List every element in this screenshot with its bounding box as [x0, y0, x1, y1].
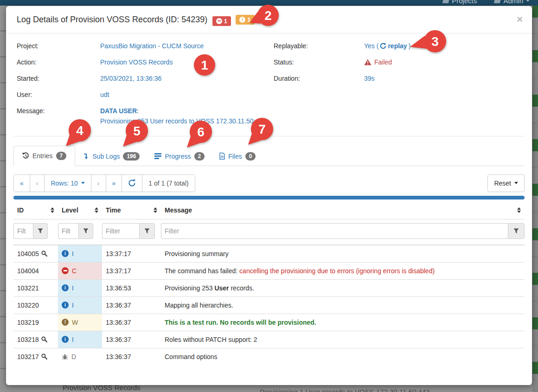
- caret-down-icon: [81, 182, 85, 184]
- info-icon: i: [62, 336, 69, 343]
- callout-7: 7: [243, 116, 281, 153]
- replay-link[interactable]: replay: [388, 41, 407, 51]
- horizontal-scrollbar[interactable]: [13, 196, 525, 199]
- level-filter-input[interactable]: [58, 223, 78, 239]
- project-label: Project:: [17, 41, 100, 51]
- filter-button[interactable]: [33, 223, 48, 239]
- projects-icon: [442, 0, 449, 3]
- status-value: Failed: [364, 57, 392, 67]
- background-page-left: [0, 6, 6, 392]
- info-icon: i: [62, 250, 69, 257]
- files-count-badge: 0: [245, 152, 256, 161]
- duration-label: Duration:: [274, 73, 364, 84]
- user-value: udt: [100, 90, 109, 100]
- table-row[interactable]: 103217 D 13:36:37 Command options: [13, 348, 525, 365]
- replayable-value: Yes ( replay ): [364, 41, 410, 51]
- svg-text:6: 6: [197, 125, 205, 139]
- table-row[interactable]: 104005 iI 13:37:17 Provisioning summary: [13, 245, 525, 263]
- svg-text:7: 7: [258, 122, 266, 136]
- table-row[interactable]: 103221 iI 13:36:53 Provisioning 253 User…: [13, 279, 525, 296]
- time-filter-input[interactable]: [102, 223, 139, 239]
- error-count-badge: 1: [212, 16, 231, 26]
- status-label: Status:: [274, 57, 364, 67]
- started-label: Started:: [17, 73, 100, 84]
- callout-2: 2: [247, 3, 284, 31]
- prev-page-button[interactable]: ‹: [30, 175, 45, 192]
- table-toolbar: « ‹ Rows: 10 › » 1 of 1 (7 total) Reset: [13, 174, 525, 192]
- svg-text:2: 2: [264, 8, 272, 23]
- page-info: 1 of 1 (7 total): [142, 175, 194, 192]
- sort-icon[interactable]: [517, 207, 521, 213]
- nav-admin[interactable]: Admin: [494, 0, 530, 5]
- funnel-icon: [83, 228, 89, 234]
- user-label: User:: [17, 90, 100, 100]
- minus-circle-icon: [62, 267, 69, 274]
- caret-down-icon: [514, 182, 518, 184]
- action-label: Action:: [17, 57, 100, 67]
- callout-4: 4: [61, 117, 98, 154]
- funnel-icon: [38, 228, 43, 234]
- first-page-button[interactable]: «: [14, 175, 30, 192]
- table-row[interactable]: 103218 iI 13:36:37 Roles without PATCH s…: [13, 331, 525, 348]
- rows-per-page-button[interactable]: Rows: 10: [44, 175, 90, 192]
- id-filter-input[interactable]: [13, 223, 33, 239]
- search-icon[interactable]: [41, 353, 47, 360]
- exclamation-circle-icon: !: [239, 17, 245, 23]
- header-row: ID Level Time Message: [13, 201, 525, 219]
- filter-button[interactable]: [78, 223, 93, 239]
- started-value: 25/03/2021, 13:36:36: [100, 73, 161, 84]
- filter-row: [13, 219, 525, 245]
- admin-icon: [494, 0, 501, 3]
- modal-title: Log Details of Provision VOSS Records (I…: [17, 15, 207, 24]
- table-row[interactable]: 104004 C 13:37:17 The command has failed…: [13, 262, 525, 279]
- replayable-label: Replayable:: [274, 41, 364, 51]
- log-entries-table: ID Level Time Message 104005 iI 13:37:17…: [13, 201, 525, 366]
- table-row[interactable]: 103219 !W 13:36:37 This is a test run. N…: [13, 314, 525, 331]
- bug-icon: [62, 353, 68, 360]
- column-header-level[interactable]: Level: [58, 201, 102, 219]
- pagination-group: « ‹ Rows: 10 › » 1 of 1 (7 total): [13, 174, 195, 192]
- filter-button[interactable]: [139, 223, 155, 239]
- background-row-message: Provisioning 1 User records to VOSS 172.…: [260, 388, 430, 392]
- last-page-button[interactable]: »: [106, 175, 122, 192]
- callout-3: 3: [409, 28, 446, 65]
- nav-projects[interactable]: Projects: [443, 0, 477, 5]
- svg-text:4: 4: [76, 123, 83, 138]
- svg-text:5: 5: [133, 124, 141, 138]
- next-page-button[interactable]: ›: [91, 175, 106, 192]
- refresh-button[interactable]: [122, 175, 142, 192]
- log-details-modal: Log Details of Provision VOSS Records (I…: [6, 6, 532, 385]
- replay-icon[interactable]: [380, 43, 386, 49]
- info-icon: i: [62, 302, 69, 308]
- minus-circle-icon: [216, 18, 222, 24]
- action-value[interactable]: Provision VOSS Records: [100, 57, 173, 67]
- caret-down-icon: [526, 0, 530, 2]
- svg-text:3: 3: [431, 34, 439, 49]
- tasks-icon: [154, 153, 161, 159]
- sort-icon[interactable]: [154, 207, 157, 213]
- column-header-id[interactable]: ID: [13, 201, 58, 219]
- sort-icon[interactable]: [95, 207, 98, 213]
- history-icon: [22, 152, 29, 159]
- callout-6: 6: [182, 119, 219, 156]
- svg-text:1: 1: [201, 58, 208, 72]
- info-icon: i: [62, 284, 69, 291]
- funnel-icon: [144, 228, 150, 234]
- message-filter-input[interactable]: [161, 223, 508, 239]
- filter-button[interactable]: [508, 223, 525, 239]
- duration-value: 39s: [364, 73, 375, 84]
- sort-icon[interactable]: [51, 207, 54, 213]
- callout-5: 5: [118, 118, 155, 155]
- warning-triangle-icon: [364, 59, 371, 65]
- search-icon[interactable]: [41, 336, 47, 342]
- callout-1: 1: [194, 54, 215, 76]
- project-value[interactable]: PaxusBio Migration - CUCM Source: [100, 41, 204, 51]
- search-icon[interactable]: [41, 251, 47, 257]
- column-header-message[interactable]: Message: [161, 201, 525, 219]
- reset-button[interactable]: Reset: [487, 174, 525, 192]
- exclamation-circle-icon: !: [62, 319, 69, 326]
- close-icon[interactable]: ×: [517, 14, 523, 25]
- table-row[interactable]: 103220 iI 13:36:37 Mapping all hierarchi…: [13, 296, 525, 314]
- column-header-time[interactable]: Time: [102, 201, 161, 219]
- refresh-icon: [128, 179, 136, 187]
